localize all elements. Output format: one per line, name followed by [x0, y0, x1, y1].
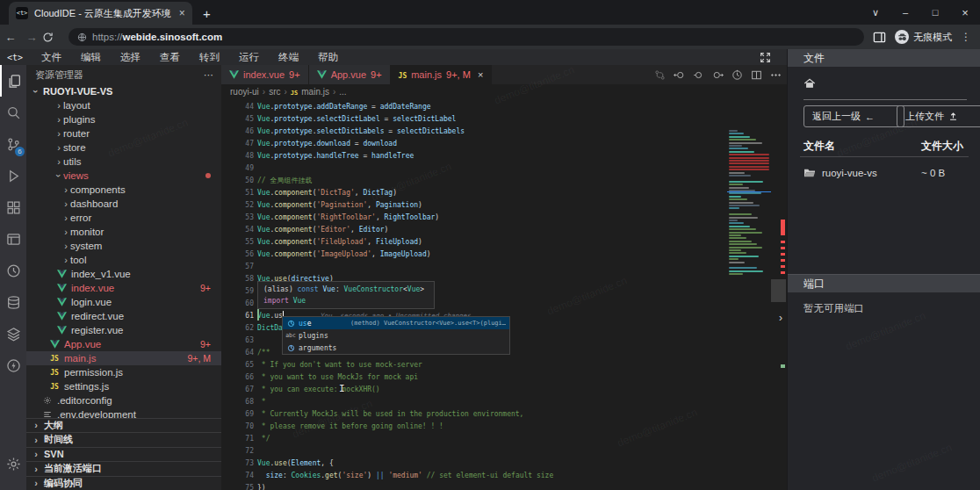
line-number: 47 [221, 140, 254, 148]
home-icon[interactable] [803, 77, 816, 90]
explorer-icon[interactable] [0, 65, 26, 97]
search-icon[interactable] [0, 97, 26, 128]
tree-item-router[interactable]: ›router [26, 126, 221, 141]
tree-item-login.vue[interactable]: login.vue [26, 295, 221, 309]
tree-item-components[interactable]: ›components [26, 183, 221, 197]
tree-item-views[interactable]: ›views [26, 169, 221, 183]
chevron-down-icon[interactable]: ∨ [861, 7, 890, 18]
suggestion-use[interactable]: use(method) VueConstructor<Vue>.use<T>(p… [283, 317, 509, 329]
file-panel-header[interactable]: 文件 [788, 49, 980, 67]
tree-item-error[interactable]: ›error [26, 211, 221, 225]
database-icon[interactable] [0, 286, 26, 318]
nav-circle-icon[interactable] [693, 69, 704, 81]
upload-file-button[interactable]: 上传文件 [897, 105, 980, 127]
more-actions-icon[interactable] [770, 69, 782, 81]
menu-item-终端[interactable]: 终端 [269, 51, 308, 64]
suggestion-plugins[interactable]: abcplugins [283, 329, 509, 342]
tree-item-monitor[interactable]: ›monitor [26, 225, 221, 239]
settings-icon[interactable] [0, 448, 26, 479]
menu-item-编辑[interactable]: 编辑 [71, 51, 111, 64]
menu-item-运行[interactable]: 运行 [229, 51, 269, 64]
tree-item-layout[interactable]: ›layout [26, 98, 221, 112]
tree-item-register.vue[interactable]: register.vue [26, 323, 221, 337]
tree-root[interactable]: › RUOYI-VUE-VS [26, 84, 221, 98]
tree-item-settings.js[interactable]: JSsettings.js [26, 379, 221, 393]
preview-icon[interactable] [0, 223, 26, 255]
cloudide-favicon: <t> [16, 7, 28, 19]
tree-item-index.vue[interactable]: index.vue9+ [26, 281, 221, 295]
maximize-icon[interactable]: □ [920, 7, 950, 18]
layers-icon[interactable] [0, 318, 26, 349]
history-icon[interactable] [0, 255, 26, 286]
menu-item-选择[interactable]: 选择 [111, 51, 150, 64]
reload-icon[interactable] [42, 32, 63, 43]
section-当前激活端口[interactable]: ›当前激活端口 [26, 461, 221, 476]
explorer-sidebar: 资源管理器 ⋯ › RUOYI-VUE-VS ›layout›plugins›r… [26, 65, 221, 490]
menu-item-帮助[interactable]: 帮助 [308, 51, 348, 64]
code-line-55: 55Vue.component('FileUpload', FileUpload… [221, 235, 722, 248]
breadcrumb-item-src[interactable]: src [269, 87, 280, 97]
ports-empty-text: 暂无可用端口 [803, 302, 864, 315]
fullscreen-icon[interactable] [760, 52, 771, 63]
side-panel-icon[interactable] [873, 31, 886, 44]
forward-icon[interactable]: → [21, 31, 42, 44]
extensions-icon[interactable] [0, 191, 26, 223]
breadcrumb-item-...[interactable]: ... [339, 87, 346, 97]
back-icon[interactable]: ← [0, 31, 21, 44]
section-编码协同[interactable]: ›编码协同 [26, 476, 221, 490]
file-row[interactable]: ruoyi-vue-vs [803, 165, 970, 181]
browser-tab[interactable]: <t> CloudIDE - 云原生集成开发环境 × [9, 2, 192, 25]
tree-item-main.js[interactable]: JSmain.js9+, M [26, 351, 221, 365]
split-editor-icon[interactable] [751, 69, 762, 81]
close-icon[interactable]: × [950, 6, 980, 19]
breadcrumb[interactable]: ruoyi-ui›src›JSmain.js›... [221, 84, 787, 98]
run-debug-icon[interactable] [0, 160, 26, 191]
tree-item-dashboard[interactable]: ›dashboard [26, 197, 221, 211]
menu-item-转到[interactable]: 转到 [190, 51, 229, 64]
menu-item-文件[interactable]: 文件 [32, 51, 71, 64]
tree-item-index_v1.vue[interactable]: index_v1.vue [26, 267, 221, 281]
nav-back-icon[interactable] [674, 69, 685, 81]
panel-expand-icon[interactable]: › [775, 311, 787, 325]
kebab-menu-icon[interactable]: ⋮ [961, 31, 971, 43]
tree-item-redirect.vue[interactable]: redirect.vue [26, 309, 221, 323]
tree-item-store[interactable]: ›store [26, 141, 221, 155]
tree-item-plugins[interactable]: ›plugins [26, 112, 221, 126]
back-parent-button[interactable]: 返回上一级 ← [803, 105, 904, 127]
section-大纲[interactable]: ›大纲 [26, 418, 221, 433]
compare-icon[interactable] [654, 69, 666, 81]
menu-item-查看[interactable]: 查看 [150, 51, 190, 64]
source-control-icon[interactable]: 6 [0, 128, 26, 160]
run-history-icon[interactable] [731, 69, 743, 81]
tab-main.js[interactable]: JSmain.js9+, M× [391, 65, 493, 84]
tab-close-icon[interactable]: × [478, 69, 483, 80]
minimap[interactable] [727, 130, 771, 314]
tree-item-App.vue[interactable]: App.vue9+ [26, 337, 221, 351]
line-number: 72 [221, 447, 254, 455]
minimize-icon[interactable]: – [890, 7, 920, 18]
tree-item-permission.js[interactable]: JSpermission.js [26, 365, 221, 379]
suggestion-arguments[interactable]: arguments [283, 342, 509, 354]
breadcrumb-item-ruoyi-ui[interactable]: ruoyi-ui [230, 87, 259, 97]
tree-item-.editorconfig[interactable]: .editorconfig [26, 393, 221, 407]
tab-index.vue[interactable]: index.vue9+ [221, 65, 309, 84]
section-SVN[interactable]: ›SVN [26, 447, 221, 462]
tab-close-icon[interactable]: × [179, 7, 185, 19]
line-number: 59 [221, 287, 254, 295]
new-tab-icon[interactable]: + [203, 6, 211, 21]
tree-item-tool[interactable]: ›tool [26, 253, 221, 267]
breadcrumb-item-main.js[interactable]: main.js [301, 87, 329, 97]
tree-item-system[interactable]: ›system [26, 239, 221, 253]
tree-item-utils[interactable]: ›utils [26, 155, 221, 169]
minimap-line [729, 139, 756, 141]
sidebar-more-icon[interactable]: ⋯ [204, 69, 214, 81]
ports-section-header[interactable]: 端口 [788, 274, 980, 292]
code-editor[interactable]: › (alias) const Vue: VueConstructor<Vue>… [221, 98, 787, 490]
code-line-54: 54Vue.component('Editor', Editor) [221, 223, 722, 235]
editor-scrollbar[interactable] [771, 279, 786, 302]
deploy-icon[interactable] [0, 349, 26, 381]
url-bar[interactable]: https://webide.sinosoft.com [68, 28, 864, 46]
section-时间线[interactable]: ›时间线 [26, 432, 221, 447]
nav-forward-icon[interactable] [712, 69, 724, 81]
tab-App.vue[interactable]: App.vue9+ [309, 65, 391, 84]
